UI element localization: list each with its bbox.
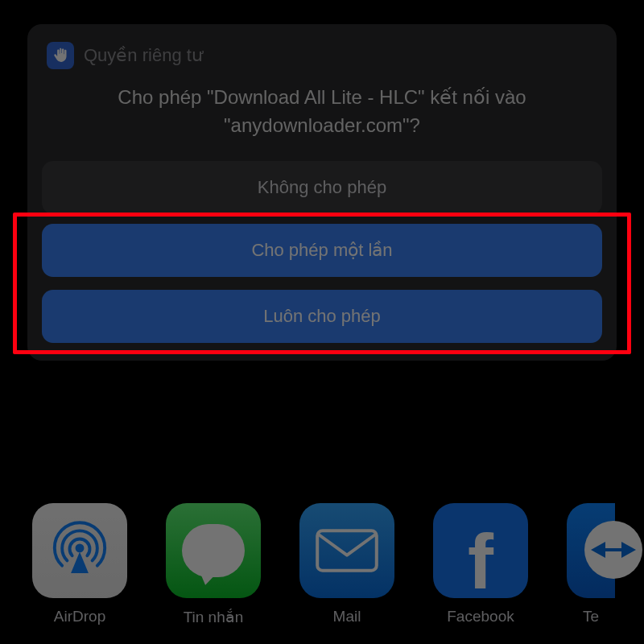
svg-point-0 (76, 543, 85, 552)
share-item-teamviewer[interactable]: Te (567, 503, 615, 625)
always-allow-button[interactable]: Luôn cho phép (42, 290, 602, 343)
share-sheet-row[interactable]: AirDrop Tin nhắn Mail f Facebook Te (0, 503, 644, 626)
messages-icon (166, 503, 261, 598)
share-label: Te (583, 608, 599, 625)
facebook-icon: f (433, 503, 528, 598)
share-item-mail[interactable]: Mail (299, 503, 394, 625)
teamviewer-icon (567, 503, 615, 598)
share-item-airdrop[interactable]: AirDrop (32, 503, 127, 625)
mail-icon (299, 503, 394, 598)
permission-message: Cho phép "Download All Lite - HLC" kết n… (42, 80, 602, 158)
svg-rect-1 (317, 530, 377, 571)
share-label: Tin nhắn (184, 608, 244, 626)
sheet-header: Quyền riêng tư (42, 40, 602, 80)
share-label: Mail (333, 608, 361, 625)
share-label: AirDrop (54, 608, 105, 625)
privacy-permission-sheet: Quyền riêng tư Cho phép "Download All Li… (27, 24, 617, 361)
share-label: Facebook (447, 608, 514, 625)
allow-once-button[interactable]: Cho phép một lần (42, 224, 602, 277)
airdrop-icon (32, 503, 127, 598)
sheet-title: Quyền riêng tư (84, 45, 203, 66)
share-item-facebook[interactable]: f Facebook (433, 503, 528, 625)
deny-button[interactable]: Không cho phép (42, 161, 602, 214)
share-item-messages[interactable]: Tin nhắn (166, 503, 261, 626)
privacy-hand-icon (47, 42, 74, 69)
